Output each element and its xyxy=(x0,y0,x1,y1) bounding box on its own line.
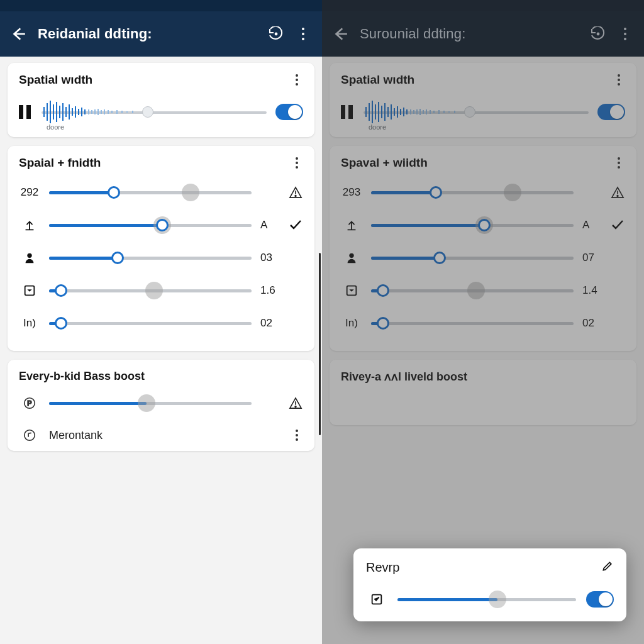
bass-boost-card: Every-b-kid Bass boost P Merontank xyxy=(8,360,314,451)
warning-icon xyxy=(610,186,625,199)
waveform-slider[interactable]: doore xyxy=(42,98,267,126)
waveform-caption: doore xyxy=(47,123,64,131)
card-title: Rivey-a ʌʌl liveld boost xyxy=(341,370,625,384)
pause-icon[interactable] xyxy=(341,105,355,119)
svg-point-65 xyxy=(349,253,353,258)
edit-icon[interactable] xyxy=(601,560,614,575)
row-value: 02 xyxy=(582,317,601,330)
slider[interactable] xyxy=(371,219,574,231)
slider-row: A xyxy=(19,209,303,242)
slider-row: 293 xyxy=(341,176,625,209)
pause-icon[interactable] xyxy=(19,105,33,119)
more-icon[interactable] xyxy=(615,24,635,44)
row-label: 293 xyxy=(341,186,362,199)
slider[interactable] xyxy=(49,284,252,297)
row-value: A xyxy=(260,219,279,231)
slider-row: 07 xyxy=(341,242,625,274)
status-bar xyxy=(0,0,322,11)
slider-row: 292 xyxy=(19,176,303,209)
music-icon xyxy=(19,428,40,442)
svg-point-36 xyxy=(597,33,599,35)
waveform-slider[interactable]: doore xyxy=(364,98,589,126)
slider[interactable] xyxy=(371,252,574,264)
row-label: In) xyxy=(19,317,40,330)
history-icon[interactable] xyxy=(265,24,286,44)
card-title: Spaial + fnidth xyxy=(19,156,101,170)
check-icon xyxy=(610,218,625,233)
popup-title: Revrp xyxy=(366,560,399,575)
scroll-indicator xyxy=(319,253,321,435)
slider-row: A xyxy=(341,209,625,242)
row-value: 03 xyxy=(260,252,279,264)
popup-slider[interactable] xyxy=(397,593,576,606)
person-icon xyxy=(19,251,40,265)
spatial-width-card: Spatial wıdth doore xyxy=(330,63,636,137)
waveform-caption: doore xyxy=(369,123,386,131)
svg-point-64 xyxy=(617,196,618,197)
box-icon xyxy=(19,284,40,297)
status-bar xyxy=(322,0,644,11)
p-icon: P xyxy=(19,396,40,410)
card-more-icon[interactable] xyxy=(613,74,625,86)
revrp-popup: Revrp xyxy=(353,548,626,621)
spatial-toggle[interactable] xyxy=(275,104,303,120)
back-icon[interactable] xyxy=(332,26,348,42)
svg-point-28 xyxy=(295,196,296,197)
popup-toggle[interactable] xyxy=(586,591,614,608)
warning-icon xyxy=(288,186,303,199)
slider-row: 03 xyxy=(19,242,303,274)
card-title: Every-b-kid Bass boost xyxy=(19,370,303,383)
svg-text:P: P xyxy=(27,399,31,407)
row-value: 02 xyxy=(260,317,279,330)
more-icon[interactable] xyxy=(293,24,313,44)
slider[interactable] xyxy=(371,284,574,297)
spatial-width-card: Spatial wıdth doore xyxy=(8,63,314,137)
back-icon[interactable] xyxy=(10,26,26,42)
bass-boost-card: Rivey-a ʌʌl liveld boost xyxy=(330,360,636,425)
up-icon xyxy=(341,218,362,232)
svg-point-34 xyxy=(295,406,296,408)
row-value: 1.6 xyxy=(260,284,279,297)
row-label: 292 xyxy=(19,186,40,199)
sliders-card: Spaial + fnidth 292A031.6In)02 xyxy=(8,146,314,351)
svg-point-35 xyxy=(25,430,35,441)
slider[interactable] xyxy=(49,317,252,330)
app-bar: Surounial ddting: xyxy=(322,11,644,57)
row-value: 1.4 xyxy=(582,284,601,297)
person-icon xyxy=(341,251,362,265)
page-title: Surounial ddting: xyxy=(360,26,584,42)
card-title: Spatial wıdth xyxy=(341,73,414,87)
slider[interactable] xyxy=(49,219,252,231)
merontank-label: Merontank xyxy=(49,429,103,442)
warning-icon xyxy=(288,397,303,409)
box-icon xyxy=(341,284,362,297)
check-icon xyxy=(288,218,303,233)
row-value: A xyxy=(582,219,601,231)
history-icon[interactable] xyxy=(587,24,608,44)
card-more-icon[interactable] xyxy=(291,157,303,169)
slider[interactable] xyxy=(49,252,252,264)
card-more-icon[interactable] xyxy=(613,157,625,169)
spatial-toggle[interactable] xyxy=(597,104,625,120)
slider-row: In)02 xyxy=(19,307,303,340)
page-title: Reidanial ddting: xyxy=(38,26,262,42)
slider-row: 1.4 xyxy=(341,274,625,307)
row-label: In) xyxy=(341,317,362,330)
card-title: Spaval + wiidth xyxy=(341,156,428,170)
slider-row: In)02 xyxy=(341,307,625,340)
box-icon xyxy=(366,592,387,606)
row-value: 07 xyxy=(582,252,601,264)
slider[interactable] xyxy=(49,186,252,199)
sliders-card: Spaval + wiidth 293A071.4In)02 xyxy=(330,146,636,351)
slider[interactable] xyxy=(371,317,574,330)
svg-point-29 xyxy=(27,253,31,258)
row-more-icon[interactable] xyxy=(291,430,303,441)
app-bar: Reidanial ddting: xyxy=(0,11,322,57)
slider-row: 1.6 xyxy=(19,274,303,307)
bass-slider[interactable] xyxy=(49,397,252,409)
card-title: Spatial wıdth xyxy=(19,73,92,87)
up-icon xyxy=(19,218,40,232)
card-more-icon[interactable] xyxy=(291,74,303,86)
svg-point-0 xyxy=(275,33,277,35)
slider[interactable] xyxy=(371,186,574,199)
